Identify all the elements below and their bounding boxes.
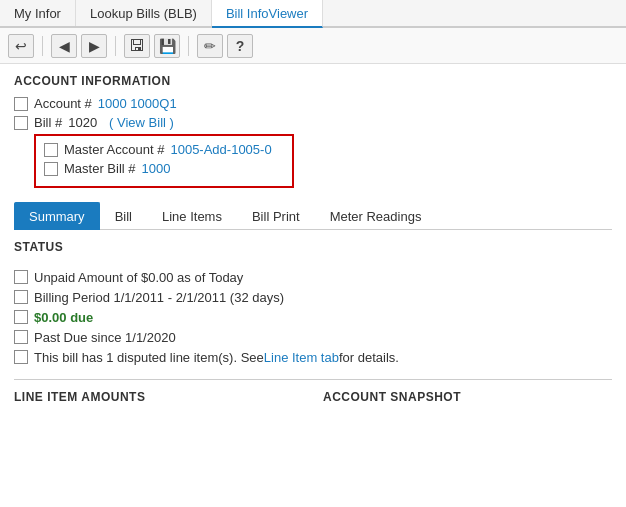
- tabs-bar: Summary Bill Line Items Bill Print Meter…: [14, 202, 612, 230]
- tab-summary[interactable]: Summary: [14, 202, 100, 230]
- save-button[interactable]: 🖫: [124, 34, 150, 58]
- top-nav: My Infor Lookup Bills (BLB) Bill InfoVie…: [0, 0, 626, 28]
- bill-label: Bill #: [34, 115, 62, 130]
- status-text-2: $0.00 due: [34, 310, 93, 325]
- tab-line-items[interactable]: Line Items: [147, 202, 237, 230]
- status-row-3: Past Due since 1/1/2020: [14, 330, 612, 345]
- account-checkbox[interactable]: [14, 97, 28, 111]
- toolbar: ↩ ◀ ▶ 🖫 💾 ✏ ?: [0, 28, 626, 64]
- tab-bill-print[interactable]: Bill Print: [237, 202, 315, 230]
- line-item-tab-link[interactable]: Line Item tab: [264, 350, 339, 365]
- main-content: ACCOUNT INFORMATION Account # 1000 1000Q…: [0, 64, 626, 414]
- master-bill-checkbox[interactable]: [44, 162, 58, 176]
- save-copy-button[interactable]: 💾: [154, 34, 180, 58]
- account-info-section: ACCOUNT INFORMATION Account # 1000 1000Q…: [14, 74, 612, 194]
- status-text-1: Billing Period 1/1/2011 - 2/1/2011 (32 d…: [34, 290, 284, 305]
- bottom-sections: LINE ITEM AMOUNTS ACCOUNT SNAPSHOT: [14, 379, 612, 404]
- account-snapshot-section: ACCOUNT SNAPSHOT: [323, 390, 612, 404]
- nav-lookup-bills[interactable]: Lookup Bills (BLB): [76, 0, 212, 26]
- status-checkbox-0[interactable]: [14, 270, 28, 284]
- status-row-1: Billing Period 1/1/2011 - 2/1/2011 (32 d…: [14, 290, 612, 305]
- status-text-3: Past Due since 1/1/2020: [34, 330, 176, 345]
- nav-bill-infoviewer[interactable]: Bill InfoViewer: [212, 0, 323, 28]
- toolbar-separator-2: [115, 36, 116, 56]
- status-checkbox-1[interactable]: [14, 290, 28, 304]
- status-section: STATUS Unpaid Amount of $0.00 as of Toda…: [14, 240, 612, 365]
- account-snapshot-title: ACCOUNT SNAPSHOT: [323, 390, 612, 404]
- account-value-link[interactable]: 1000 1000Q1: [98, 96, 177, 111]
- status-row-2: $0.00 due: [14, 310, 612, 325]
- account-label: Account #: [34, 96, 92, 111]
- tab-meter-readings[interactable]: Meter Readings: [315, 202, 437, 230]
- account-row: Account # 1000 1000Q1: [14, 96, 612, 111]
- master-account-label: Master Account #: [64, 142, 164, 157]
- status-text-after-4: for details.: [339, 350, 399, 365]
- line-item-amounts-section: LINE ITEM AMOUNTS: [14, 390, 303, 404]
- status-checkbox-4[interactable]: [14, 350, 28, 364]
- nav-my-infor[interactable]: My Infor: [0, 0, 76, 26]
- master-account-value-link[interactable]: 1005-Add-1005-0: [170, 142, 271, 157]
- bill-row: Bill # 1020 ( View Bill ): [14, 115, 612, 130]
- status-row-4: This bill has 1 disputed line item(s). S…: [14, 350, 612, 365]
- master-account-row: Master Account # 1005-Add-1005-0: [44, 142, 284, 157]
- master-bill-label: Master Bill #: [64, 161, 136, 176]
- bill-value: 1020: [68, 115, 97, 130]
- account-info-title: ACCOUNT INFORMATION: [14, 74, 612, 88]
- status-checkbox-3[interactable]: [14, 330, 28, 344]
- view-bill-link[interactable]: ( View Bill ): [109, 115, 174, 130]
- tab-bill[interactable]: Bill: [100, 202, 147, 230]
- status-checkbox-2[interactable]: [14, 310, 28, 324]
- back-button[interactable]: ↩: [8, 34, 34, 58]
- toolbar-separator-1: [42, 36, 43, 56]
- master-account-checkbox[interactable]: [44, 143, 58, 157]
- bill-checkbox[interactable]: [14, 116, 28, 130]
- status-text-0: Unpaid Amount of $0.00 as of Today: [34, 270, 243, 285]
- help-button[interactable]: ?: [227, 34, 253, 58]
- status-row-0: Unpaid Amount of $0.00 as of Today: [14, 270, 612, 285]
- prev-button[interactable]: ◀: [51, 34, 77, 58]
- status-title: STATUS: [14, 240, 612, 254]
- next-button[interactable]: ▶: [81, 34, 107, 58]
- toolbar-separator-3: [188, 36, 189, 56]
- status-text-before-4: This bill has 1 disputed line item(s). S…: [34, 350, 264, 365]
- master-info-box: Master Account # 1005-Add-1005-0 Master …: [34, 134, 294, 188]
- edit-button[interactable]: ✏: [197, 34, 223, 58]
- master-bill-value-link[interactable]: 1000: [142, 161, 171, 176]
- line-item-amounts-title: LINE ITEM AMOUNTS: [14, 390, 303, 404]
- master-bill-row: Master Bill # 1000: [44, 161, 284, 176]
